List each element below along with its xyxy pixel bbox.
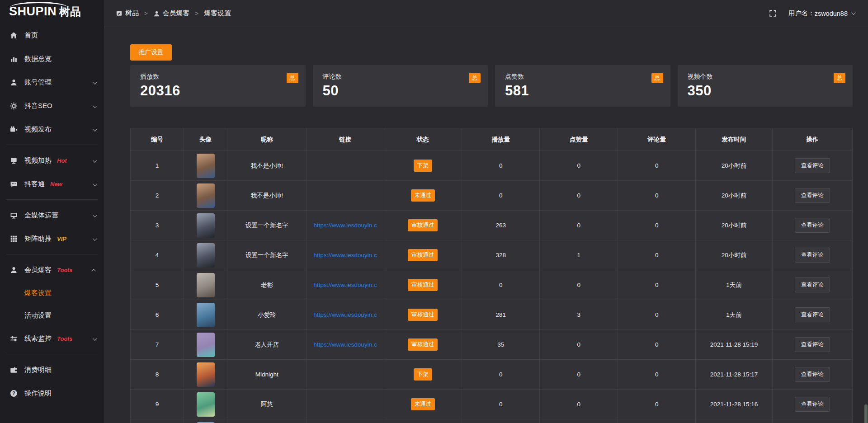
cell-action: 查看评论 [772, 270, 852, 300]
user-menu[interactable]: 用户名：zswodun88 [788, 9, 854, 18]
chat-icon [10, 180, 18, 188]
video-link[interactable]: https://www.iesdouyin.c [313, 311, 377, 318]
sidebar-item-expense-detail[interactable]: 消费明细 [0, 358, 104, 381]
sidebar-item-label: 消费明细 [24, 366, 52, 374]
logo[interactable]: SHUPIN树品 [0, 0, 104, 23]
member-icon [10, 266, 18, 274]
column-header: 评论量 [618, 128, 695, 151]
cell-nickname: Midnight [227, 360, 307, 390]
view-comments-button[interactable]: 查看评论 [795, 367, 830, 382]
chevron-down-icon [851, 10, 856, 15]
stat-card-videos: 视频个数350总 [678, 65, 853, 107]
scrollbar-thumb[interactable] [864, 404, 868, 423]
column-header: 点赞量 [540, 128, 618, 151]
sidebar-item-tag: Hot [57, 157, 67, 164]
cell-status: 未通过 [384, 390, 462, 419]
sidebar-item-member-baoke[interactable]: 会员爆客Tools [0, 258, 104, 282]
view-comments-button[interactable]: 查看评论 [795, 158, 830, 173]
sidebar-subitem-activity-settings[interactable]: 活动设置 [0, 304, 104, 327]
sidebar-item-label: 视频发布 [24, 125, 52, 134]
sidebar-item-douketong[interactable]: 抖客通New [0, 172, 104, 196]
avatar [197, 333, 215, 357]
stat-card-plays: 播放数20316总 [130, 65, 306, 107]
view-comments-button[interactable]: 查看评论 [795, 188, 830, 203]
fullscreen-icon[interactable] [769, 9, 777, 17]
cell-nickname: 我不是小帅! [227, 181, 307, 211]
video-link[interactable]: https://www.iesdouyin.c [313, 252, 377, 258]
cell-plays: 0 [462, 151, 539, 181]
cell-action: 查看评论 [772, 181, 852, 211]
view-comments-button[interactable]: 查看评论 [795, 248, 830, 263]
status-badge: 未通过 [411, 398, 435, 410]
avatar [197, 392, 215, 417]
total-badge: 总 [287, 73, 298, 83]
sidebar-item-video-publish[interactable]: 视频发布 [0, 118, 104, 141]
cell-plays: 35 [462, 330, 539, 360]
promo-settings-button[interactable]: 推广设置 [130, 44, 172, 61]
topbar: 树品>会员爆客>爆客设置 用户名：zswodun88 [104, 0, 868, 27]
cell-likes: 0 [540, 390, 618, 419]
breadcrumb-item-member-baoke[interactable]: 会员爆客 [153, 9, 190, 18]
cell-avatar [184, 300, 227, 330]
sidebar-item-account-management[interactable]: 账号管理 [0, 70, 104, 94]
sidebar-subitem-baoke-settings[interactable]: 爆客设置 [0, 282, 104, 304]
chevron-down-icon [93, 78, 96, 86]
table-row: 5老彬https://www.iesdouyin.c审核通过0001天前查看评论 [131, 270, 853, 300]
view-comments-button[interactable]: 查看评论 [795, 277, 830, 292]
view-comments-button[interactable]: 查看评论 [795, 218, 830, 233]
cell-link: https://www.iesdouyin.c [307, 270, 384, 300]
cell-plays: 0 [462, 181, 539, 211]
total-badge: 总 [651, 73, 663, 83]
cell-id: 2 [131, 181, 184, 211]
cell-status: 审核通过 [384, 330, 462, 360]
view-comments-button[interactable]: 查看评论 [795, 337, 830, 352]
cell-link [307, 360, 384, 390]
cell-avatar [184, 419, 227, 423]
cell-likes: 0 [540, 151, 618, 181]
camera-icon [10, 126, 18, 133]
cell-comments: 0 [618, 390, 695, 419]
cell-id: 3 [131, 211, 184, 240]
video-link[interactable]: https://www.iesdouyin.c [313, 341, 377, 348]
breadcrumb-item-shupin[interactable]: 树品 [116, 9, 139, 18]
cell-status: 审核通过 [384, 240, 462, 270]
chevron-up-icon [93, 266, 96, 274]
cell-link [307, 151, 384, 181]
sidebar-item-video-heat[interactable]: 视频加热Hot [0, 149, 104, 172]
sidebar-item-data-overview[interactable]: 数据总览 [0, 47, 104, 70]
video-link[interactable]: https://www.iesdouyin.c [313, 282, 377, 288]
view-comments-button[interactable]: 查看评论 [795, 307, 830, 322]
cell-nickname: 老彬 [227, 270, 307, 300]
sidebar-item-clue-monitor[interactable]: 线索监控Tools [0, 327, 104, 350]
sidebar-item-home[interactable]: 首页 [0, 24, 104, 47]
view-comments-button[interactable]: 查看评论 [795, 397, 830, 412]
sidebar-item-matrix-boost[interactable]: 矩阵助推VIP [0, 227, 104, 250]
cell-time [696, 419, 772, 423]
cell-avatar [184, 240, 227, 270]
cell-likes: 0 [540, 360, 618, 390]
cell-plays: 0 [462, 360, 539, 390]
cell-link [307, 390, 384, 419]
sidebar-item-operation-guide[interactable]: ?操作说明 [0, 381, 104, 405]
cell-id: 7 [131, 330, 184, 360]
username-label: 用户名： [788, 9, 815, 18]
sidebar-item-tag: VIP [57, 235, 66, 242]
status-badge: 审核通过 [408, 338, 438, 351]
cell-status [384, 419, 462, 423]
column-header: 状态 [384, 128, 462, 151]
status-badge: 审核通过 [408, 219, 438, 231]
cell-comments: 0 [618, 211, 695, 240]
table-row: 4设置一个新名字https://www.iesdouyin.c审核通过32810… [131, 240, 853, 270]
app-icon [116, 10, 123, 17]
cell-avatar [184, 270, 227, 300]
avatar [197, 362, 215, 387]
sidebar-item-all-media[interactable]: 全媒体运营 [0, 203, 104, 227]
cell-status: 审核通过 [384, 300, 462, 330]
table-row: 3设置一个新名字https://www.iesdouyin.c审核通过26300… [131, 211, 853, 240]
sidebar-item-douyin-seo[interactable]: 抖音SEO [0, 94, 104, 118]
cell-time: 2021-11-28 15:16 [696, 390, 772, 419]
monitor-icon [10, 212, 18, 219]
breadcrumb-label: 会员爆客 [163, 9, 190, 18]
video-link[interactable]: https://www.iesdouyin.c [313, 222, 377, 229]
cell-id: 5 [131, 270, 184, 300]
